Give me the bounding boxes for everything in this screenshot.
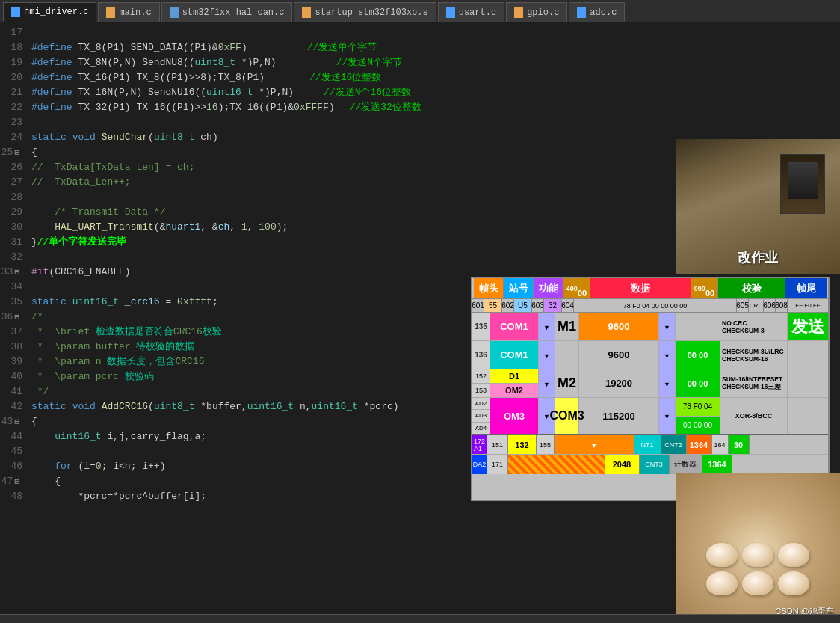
code-line: #if(CRC16_ENABLE) xyxy=(28,265,840,280)
code-line: #define TX_16N(P,N) SendNU16((uint16_t *… xyxy=(28,85,840,100)
code-line: static void SendChar(uint8_t ch) xyxy=(28,130,840,145)
file-icon xyxy=(577,7,586,18)
tab-main[interactable]: main.c xyxy=(98,2,159,22)
file-icon xyxy=(514,7,523,18)
code-line: #define TX_16(P1) TX_8((P1)>>8);TX_8(P1)… xyxy=(28,70,840,85)
code-line xyxy=(28,25,840,40)
code-line: // TxData_Len++; xyxy=(28,175,840,190)
horizontal-scrollbar[interactable] xyxy=(0,614,840,623)
tab-label: startup_stm32f103xb.s xyxy=(315,7,427,18)
tab-startup[interactable]: startup_stm32f103xb.s xyxy=(294,2,436,22)
code-line: { xyxy=(28,414,840,429)
code-line: { xyxy=(28,474,840,489)
code-line: HAL_UART_Transmit(&huart1, &ch, 1, 100); xyxy=(28,220,840,235)
code-line xyxy=(28,115,840,130)
code-content: #define TX_8(P1) SEND_DATA((P1)&0xFF) //… xyxy=(28,22,840,623)
tab-adc[interactable]: adc.c xyxy=(569,2,625,22)
code-line: #define TX_32(P1) TX_16((P1)>>16);TX_16(… xyxy=(28,100,840,115)
line-numbers: 17 18 19 20 21 22 23 24 25⊟ 26 27 28 29 … xyxy=(0,22,28,623)
tab-label: hmi_driver.c xyxy=(24,7,88,17)
tab-label: adc.c xyxy=(590,7,617,18)
code-line: * \brief 检查数据是否符合CRC16校验 xyxy=(28,325,840,340)
code-line: #define TX_8N(P,N) SendNU8((uint8_t *)P,… xyxy=(28,55,840,70)
file-icon xyxy=(11,7,20,17)
code-editor: 17 18 19 20 21 22 23 24 25⊟ 26 27 28 29 … xyxy=(0,22,840,623)
code-line xyxy=(28,280,840,295)
code-line xyxy=(28,250,840,265)
code-line: static void AddCRC16(uint8_t *buffer,uin… xyxy=(28,399,840,414)
code-line xyxy=(28,190,840,205)
tab-label: main.c xyxy=(119,7,151,18)
code-line: /*! xyxy=(28,310,840,325)
code-line: /* Transmit Data */ xyxy=(28,205,840,220)
code-line: *pcrc=*pcrc^buffer[i]; xyxy=(28,489,840,504)
code-line: }//单个字符发送完毕 xyxy=(28,235,840,250)
file-icon xyxy=(106,7,115,18)
code-line: uint16_t i,j,carry_flag,a; xyxy=(28,429,840,444)
tab-label: usart.c xyxy=(459,7,496,18)
code-line: for (i=0; i<n; i++) xyxy=(28,459,840,474)
file-icon xyxy=(446,7,455,18)
tab-hmi-driver[interactable]: hmi_driver.c xyxy=(3,2,96,22)
tab-gpio[interactable]: gpio.c xyxy=(506,2,567,22)
code-line: */ xyxy=(28,384,840,399)
code-line xyxy=(28,444,840,459)
file-icon xyxy=(170,7,179,18)
code-line: * \param buffer 待校验的数据 xyxy=(28,340,840,355)
code-line: { xyxy=(28,145,840,160)
code-line: #define TX_8(P1) SEND_DATA((P1)&0xFF) //… xyxy=(28,40,840,55)
tab-usart[interactable]: usart.c xyxy=(438,2,504,22)
tab-hal-can[interactable]: stm32f1xx_hal_can.c xyxy=(161,2,293,22)
code-line: // TxData[TxData_Len] = ch; xyxy=(28,160,840,175)
tab-label: stm32f1xx_hal_can.c xyxy=(182,7,285,18)
file-icon xyxy=(302,7,311,18)
code-line: * \param pcrc 校验码 xyxy=(28,369,840,384)
code-line: static uint16_t _crc16 = 0xffff; xyxy=(28,295,840,310)
tab-bar: hmi_driver.c main.c stm32f1xx_hal_can.c … xyxy=(0,0,840,22)
code-line: * \param n 数据长度，包含CRC16 xyxy=(28,355,840,369)
tab-label: gpio.c xyxy=(527,7,559,18)
